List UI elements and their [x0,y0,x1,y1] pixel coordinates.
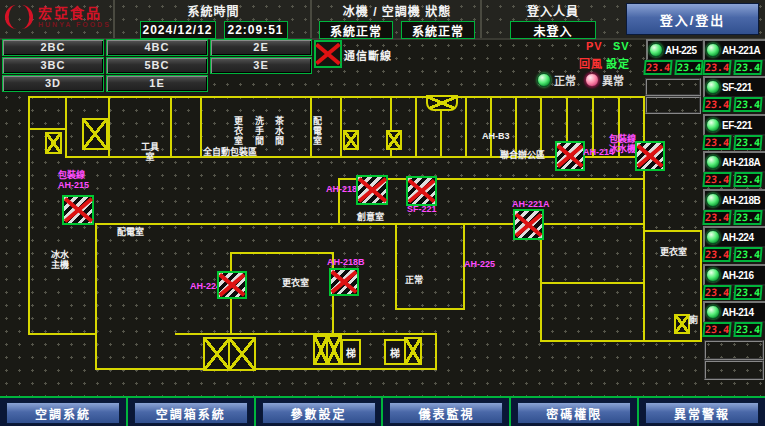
floor-button-4bc[interactable]: 4BC [106,39,208,56]
nav-button-abnormal-alarm[interactable]: 異常警報 [645,402,759,424]
machine-status-label: 冰機 / 空調機 狀態 [312,2,482,19]
wall-line [200,96,202,158]
wall-line [170,96,172,158]
floor-button-5bc[interactable]: 5BC [106,57,208,74]
unit-row-ah-221a[interactable]: AH-221A [703,39,765,61]
room-label: 正常 [405,275,423,285]
unit-status-led [706,230,720,244]
stairs-icon [674,314,690,334]
wall-line [340,96,342,158]
device-icon-ah-218b[interactable] [329,268,359,296]
wall-line [95,368,435,370]
nav-button-password-permissions[interactable]: 密碼權限 [517,402,631,424]
stairs-icon [404,337,422,365]
floor-button-3d[interactable]: 3D [2,75,104,92]
sv-name-label: 設定 [606,55,630,71]
unit-name: EF-221 [722,120,752,131]
nav-button-meter-monitoring[interactable]: 儀表監視 [389,402,503,424]
unit-status-led [706,43,720,57]
wall-line [28,333,97,335]
unit-values: 23.4 23.4 [703,247,761,262]
stair-room-label: 梯 [384,339,406,365]
unit-row-sf-221[interactable]: SF-221 [703,76,765,98]
unit-row-ah-214[interactable]: AH-214 [703,301,765,323]
room-label: 配電室 [312,116,322,146]
unit-row-ah-216[interactable]: AH-216 [703,264,765,286]
pv-value: 23.4 [702,135,731,150]
wall-line [95,223,338,225]
unit-status-led [706,155,720,169]
wall-line [65,96,67,158]
unit-row-ah-218a[interactable]: AH-218A [703,151,765,173]
floor-button-3bc[interactable]: 3BC [2,57,104,74]
unit-name: AH-216 [722,270,753,281]
unit-status-led [706,118,720,132]
unit-values: 23.4 23.4 [703,97,761,112]
unit-row-ah-218b[interactable]: AH-218B [703,189,765,211]
device-icon-ah-215[interactable] [62,195,94,225]
device-icon-ah-221a[interactable] [513,209,544,240]
stairs-icon [203,337,231,371]
unit-name: AH-214 [722,307,753,318]
device-icon-ah-224[interactable] [217,271,247,299]
stairs-icon [326,335,342,365]
unit-values: 23.4 23.4 [703,172,761,187]
empty-slot [645,96,701,114]
wall-line [175,333,437,335]
floor-button-2bc[interactable]: 2BC [2,39,104,56]
pv-value: 23.4 [702,60,731,75]
wall-line [645,230,702,232]
wall-line [108,96,110,158]
floor-button-1e[interactable]: 1E [106,75,208,92]
device-icon-ah-214[interactable] [555,141,585,171]
login-label: 登入人員 [482,2,624,19]
sv-value: 23.4 [733,172,762,187]
unit-name: AH-218B [722,195,760,206]
room-label: 更衣室 [282,278,309,288]
unit-row-ef-221[interactable]: EF-221 [703,114,765,136]
legend-normal: 正常 [537,72,576,88]
unit-name: SF-221 [722,82,752,93]
sv-value: 23.4 [733,210,762,225]
unit-status-led [649,43,663,57]
abnormal-label: 異常 [602,72,624,88]
stairs-icon [343,130,359,150]
nav-button-ahu-system[interactable]: 空調箱系統 [134,402,248,424]
wall-line [540,340,702,342]
sv-value: 23.4 [733,97,762,112]
unit-name: AH-224 [722,232,753,243]
unit-values: 23.4 23.4 [644,60,702,75]
device-label: AH-221A [512,199,550,209]
device-icon-packing-chiller[interactable] [635,141,665,171]
floor-button-2e[interactable]: 2E [210,39,312,56]
pv-value: 23.4 [702,97,731,112]
wall-line [95,223,97,370]
wall-line [490,96,492,158]
sv-value: 23.4 [674,60,703,75]
unit-row-ah-224[interactable]: AH-224 [703,226,765,248]
unit-values: 23.4 23.4 [703,60,761,75]
unit-status-led [706,193,720,207]
wall-line [28,128,67,130]
time-display: 22:09:51 [224,21,288,39]
nav-button-parameter-settings[interactable]: 參數設定 [262,402,376,424]
brand-name: 宏亞食品 [38,6,111,21]
login-logout-button[interactable]: 登入/登出 [626,3,759,35]
unit-row-ah-225[interactable]: AH-225 [646,39,704,61]
wall-line [230,252,334,254]
room-label: 更衣室 [660,247,687,257]
device-icon-ah-218a[interactable] [356,175,388,205]
wall-line [338,223,645,225]
device-icon-sf-221[interactable] [406,176,437,206]
chiller-status: 系統正常 [319,21,393,39]
nav-button-hvac-system[interactable]: 空調系統 [6,402,120,424]
system-time-label: 系統時間 [115,2,312,19]
room-label: 茶水間 [274,116,284,146]
stairs-icon [228,337,256,371]
room-label: 配電室 [117,227,144,237]
nav-cell: 空調系統 [0,398,128,426]
pv-value: 23.4 [643,60,672,75]
unit-values: 23.4 23.4 [703,135,761,150]
floor-button-3e[interactable]: 3E [210,57,312,74]
unit-values: 23.4 23.4 [703,322,761,337]
